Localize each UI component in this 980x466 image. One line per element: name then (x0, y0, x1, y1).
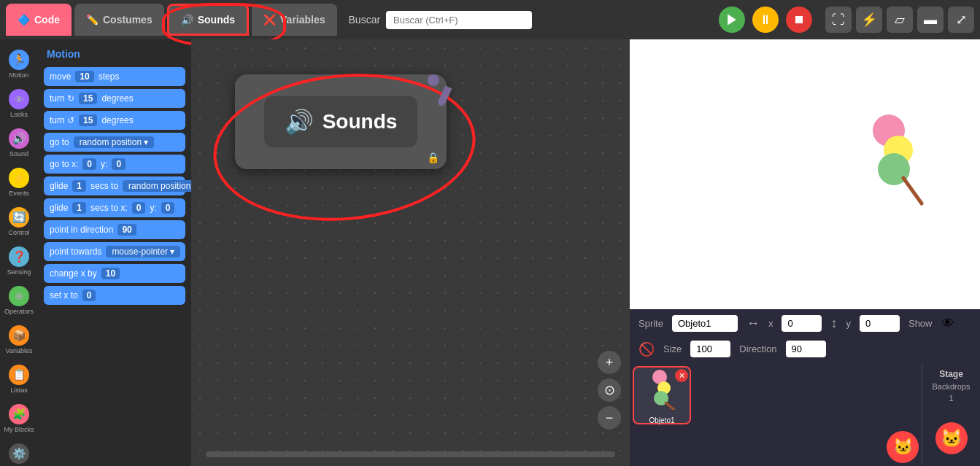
tab-costumes-label: Costumes (103, 14, 153, 26)
script-scrollbar[interactable] (206, 451, 615, 457)
sound-icon-large: 🔊 (285, 108, 314, 136)
turbo-icon[interactable]: ⚡ (856, 7, 882, 33)
sidebar-item-looks[interactable]: 👁 Looks (1, 85, 36, 123)
block-glide-xy[interactable]: glide 1 secs to x: 0 y: 0 (44, 198, 185, 217)
sidebar: 🏃 Motion 👁 Looks 🔊 Sound ⚡ Events 🔄 Cont… (0, 39, 38, 466)
x-input[interactable] (782, 315, 822, 332)
stage-large-icon[interactable]: ▬ (917, 7, 944, 33)
sidebar-item-events-label: Events (9, 190, 29, 197)
sidebar-item-sound-label: Sound (9, 150, 28, 158)
script-area[interactable]: 🔊 Sounds 🔒 + ⊙ − (191, 39, 630, 466)
add-sprite-button[interactable]: 🐱 (887, 431, 919, 463)
sounds-tab-icon: 🔊 (181, 14, 193, 26)
sidebar-item-operators-label: Operators (4, 308, 34, 315)
play-icon (725, 12, 739, 27)
eye-visible-icon[interactable]: 👁 (941, 316, 954, 331)
toolbar-icons: ⛶ ⚡ ▱ ▬ ⤢ (825, 7, 974, 33)
variables-icon: ❌ (263, 14, 276, 26)
tab-sounds-label: Sounds (198, 14, 235, 26)
events-icon: ⚡ (9, 168, 29, 188)
addons-icon: ⚙️ (9, 443, 29, 464)
block-change-x[interactable]: change x by 10 (44, 264, 185, 283)
sounds-block-container: 🔊 Sounds 🔒 (235, 74, 461, 191)
candy-sprite (849, 98, 936, 214)
sidebar-item-myblocks-label: My Blocks (4, 426, 34, 433)
sidebar-item-sensing-label: Sensing (7, 268, 31, 276)
backdrops-label: Backdrops (933, 382, 971, 391)
search-area: Buscar (349, 11, 533, 29)
operators-icon: ⊕ (9, 286, 29, 306)
tab-sounds[interactable]: 🔊 Sounds (167, 4, 249, 36)
myblocks-icon: 🧩 (9, 404, 29, 424)
pause-button[interactable]: ⏸ (752, 7, 779, 33)
expand-icon[interactable]: ⤢ (948, 7, 974, 33)
sidebar-item-variables-label: Variables (6, 347, 33, 354)
eye-hidden-icon[interactable]: 🚫 (638, 341, 655, 357)
sidebar-item-lists-label: Listas (10, 387, 28, 394)
sidebar-item-motion[interactable]: 🏃 Motion (1, 45, 36, 83)
fullscreen-icon[interactable]: ⛶ (825, 7, 852, 33)
right-panel: Sprite ↔ x ↕ y Show 👁 🚫 Size Direction ✕ (630, 39, 980, 466)
sidebar-item-operators[interactable]: ⊕ Operators (1, 281, 36, 319)
zoom-in-button[interactable]: + (598, 351, 621, 374)
sidebar-item-myblocks[interactable]: 🧩 My Blocks (1, 400, 36, 438)
tab-costumes[interactable]: ✏️ Costumes (74, 4, 164, 36)
add-sprite-icon: 🐱 (893, 438, 913, 457)
sprite-name-input[interactable] (672, 315, 738, 332)
tab-code-label: Code (34, 14, 60, 26)
block-glide-to[interactable]: glide 1 secs to random position ▾ (44, 176, 185, 195)
zoom-out-button[interactable]: − (598, 406, 621, 430)
sidebar-item-sound[interactable]: 🔊 Sound (1, 124, 36, 162)
block-goto-xy[interactable]: go to x: 0 y: 0 (44, 155, 185, 174)
block-turn-ccw[interactable]: turn ↺ 15 degrees (44, 111, 185, 130)
svg-line-8 (665, 403, 674, 410)
add-backdrop-button[interactable]: 🐱 (935, 422, 968, 454)
sprites-area: ✕ Objeto1 🐱 (630, 363, 980, 466)
sensing-icon: ❓ (9, 246, 29, 267)
sprite-canvas (644, 366, 680, 410)
lists-icon: 📋 (9, 365, 29, 385)
stop-button[interactable]: ⏹ (786, 7, 812, 33)
sounds-display-block: 🔊 Sounds 🔒 (235, 74, 447, 169)
block-move[interactable]: move 10 steps (44, 67, 185, 86)
sidebar-item-control[interactable]: 🔄 Control (1, 203, 36, 241)
size-label: Size (663, 343, 682, 354)
tab-variables-label: Variables (280, 14, 325, 26)
stage-small-icon[interactable]: ▱ (887, 7, 913, 33)
sidebar-item-motion-label: Motion (9, 71, 28, 79)
main-area: 🏃 Motion 👁 Looks 🔊 Sound ⚡ Events 🔄 Cont… (0, 39, 980, 466)
sprite-info-bar: Sprite ↔ x ↕ y Show 👁 🚫 Size Direction (630, 309, 980, 363)
sprite-delete-button[interactable]: ✕ (675, 369, 688, 382)
size-input[interactable] (690, 341, 730, 357)
sprite-tile-objeto1[interactable]: ✕ Objeto1 (633, 366, 691, 424)
dir-input[interactable] (786, 341, 826, 357)
y-input[interactable] (860, 315, 900, 332)
svg-line-4 (903, 178, 922, 203)
y-arrow-icon: ↕ (830, 316, 837, 331)
search-input[interactable] (386, 11, 532, 29)
motion-icon: 🏃 (9, 50, 29, 70)
sidebar-item-sensing[interactable]: ❓ Sensing (1, 242, 36, 280)
block-point-towards[interactable]: point towards mouse-pointer ▾ (44, 242, 185, 261)
sidebar-item-variables[interactable]: 📦 Variables (1, 321, 36, 359)
sounds-block-inner: 🔊 Sounds (264, 96, 418, 147)
tab-code[interactable]: 🔷 Code (6, 4, 72, 36)
play-button[interactable] (719, 7, 745, 33)
block-turn-cw[interactable]: turn ↻ 15 degrees (44, 89, 185, 108)
sidebar-item-addons[interactable]: ⚙️ Addons (1, 439, 36, 466)
y-label: y (846, 318, 851, 329)
zoom-reset-button[interactable]: ⊙ (598, 378, 621, 402)
sidebar-item-control-label: Control (8, 229, 29, 236)
sidebar-item-lists[interactable]: 📋 Listas (1, 360, 36, 398)
show-label: Show (908, 318, 933, 329)
tab-variables[interactable]: ❌ Variables (252, 4, 337, 36)
add-backdrop-icon: 🐱 (941, 428, 962, 448)
blocks-panel: Motion move 10 steps turn ↻ 15 degrees t… (38, 39, 191, 466)
sidebar-item-events[interactable]: ⚡ Events (1, 163, 36, 201)
block-goto[interactable]: go to random position ▾ (44, 133, 185, 152)
dir-label: Direction (739, 343, 776, 354)
sidebar-item-looks-label: Looks (10, 111, 28, 118)
block-set-x[interactable]: set x to 0 (44, 286, 185, 305)
block-point-direction[interactable]: point in direction 90 (44, 220, 185, 239)
stage-label: Stage (939, 369, 963, 379)
